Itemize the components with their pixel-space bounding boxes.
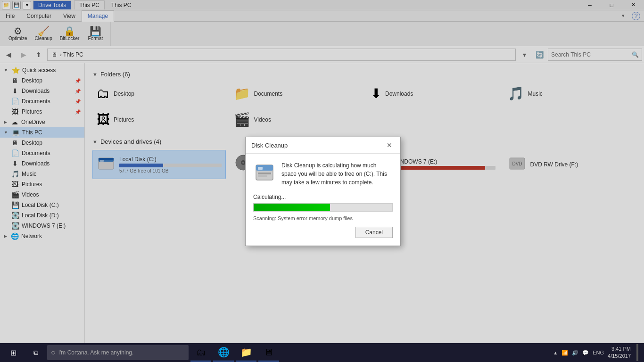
dialog-scanning-label: Scanning: System error memory dump files bbox=[253, 215, 393, 221]
sidebar-item-pictures2[interactable]: 🖼 Pictures bbox=[0, 179, 84, 189]
drive-e-bar-bg bbox=[393, 166, 495, 170]
taskbar-browser[interactable]: 🌐 bbox=[213, 344, 234, 362]
sidebar-item-desktop2[interactable]: 🖥 Desktop bbox=[0, 138, 84, 148]
drive-e-name: WINDOWS 7 (E:) bbox=[393, 158, 495, 165]
bitlocker-icon: 🔒 bbox=[64, 26, 75, 36]
search-box[interactable]: 🔍 bbox=[548, 49, 642, 61]
dialog-body: Disk Cleanup is calculating how much spa… bbox=[246, 154, 400, 246]
tray-up-arrow[interactable]: ▲ bbox=[553, 350, 558, 355]
maximize-button[interactable]: □ bbox=[601, 0, 622, 10]
local-c-icon: 💾 bbox=[11, 201, 19, 209]
drive-item-f[interactable]: DVD DVD RW Drive (F:) bbox=[504, 150, 637, 179]
start-button[interactable]: ⊞ bbox=[2, 343, 25, 362]
sidebar-item-music[interactable]: 🎵 Music bbox=[0, 169, 84, 179]
drive-f-name: DVD RW Drive (F:) bbox=[530, 161, 633, 168]
sidebar-item-windows7-e[interactable]: 💽 WINDOWS 7 (E:) bbox=[0, 221, 84, 231]
minimize-button[interactable]: ─ bbox=[579, 0, 601, 10]
taskbar-explorer[interactable]: 🗂 bbox=[190, 344, 211, 362]
folder-item-downloads[interactable]: ⬇ Downloads bbox=[366, 82, 500, 105]
folder-item-documents[interactable]: 📁 Documents bbox=[230, 82, 363, 105]
folder-item-videos[interactable]: 🎬 Videos bbox=[230, 108, 363, 131]
taskbar-files[interactable]: 📁 bbox=[236, 344, 256, 362]
close-button[interactable]: ✕ bbox=[622, 0, 644, 10]
ribbon-tab-drive-tools[interactable]: Drive Tools bbox=[33, 0, 71, 9]
ribbon-btn-format[interactable]: 💾 Format bbox=[84, 25, 107, 42]
network-arrow: ▶ bbox=[4, 234, 7, 239]
refresh-button[interactable]: 🔄 bbox=[533, 48, 546, 61]
dialog-cancel-button[interactable]: Cancel bbox=[355, 227, 393, 238]
ribbon-btn-bitlocker[interactable]: 🔒 BitLocker bbox=[57, 25, 83, 42]
folder-item-music[interactable]: 🎵 Music bbox=[504, 82, 637, 105]
desktop-icon: 🖥 bbox=[11, 77, 19, 84]
dialog-icon-row: Disk Cleanup is calculating how much spa… bbox=[253, 161, 393, 188]
pin-icon2: 📌 bbox=[75, 89, 81, 94]
folder-videos-icon: 🎬 bbox=[234, 112, 250, 127]
tab-manage[interactable]: Manage bbox=[82, 10, 114, 22]
music-icon: 🎵 bbox=[11, 170, 19, 178]
folders-section-label: Folders (6) bbox=[100, 71, 130, 78]
documents2-icon: 📄 bbox=[11, 149, 19, 157]
onedrive-icon: ☁ bbox=[11, 118, 18, 126]
ribbon-tab-this-pc[interactable]: This PC bbox=[74, 0, 105, 9]
drive-c-info: Local Disk (C:) 57.7 GB free of 101 GB bbox=[119, 156, 222, 173]
sidebar-item-local-c[interactable]: 💾 Local Disk (C:) bbox=[0, 200, 84, 210]
folders-section-arrow[interactable]: ▼ bbox=[92, 72, 98, 77]
windows7-e-icon: 💽 bbox=[11, 222, 19, 230]
ribbon-btn-bitlocker-label: BitLocker bbox=[60, 36, 80, 41]
ribbon-btn-cleanup[interactable]: 🧹 Cleanup bbox=[32, 25, 55, 42]
quick-access-toolbar[interactable]: 📁 bbox=[2, 1, 10, 9]
folder-item-pictures[interactable]: 🖼 Pictures bbox=[92, 108, 226, 131]
pin-icon: 📌 bbox=[75, 78, 81, 83]
qat-save[interactable]: 💾 bbox=[12, 1, 21, 9]
taskview-button[interactable]: ⧉ bbox=[26, 343, 45, 362]
show-desktop-btn[interactable] bbox=[636, 344, 638, 361]
sidebar-item-network[interactable]: ▶ 🌐 Network bbox=[0, 231, 84, 241]
sidebar-item-desktop[interactable]: 🖥 Desktop 📌 bbox=[0, 75, 84, 86]
help-btn[interactable]: ? bbox=[632, 12, 640, 20]
tab-view[interactable]: View bbox=[58, 11, 82, 21]
dialog-close-button[interactable]: ✕ bbox=[384, 140, 395, 150]
sidebar-item-this-pc[interactable]: ▼ 💻 This PC bbox=[0, 127, 84, 138]
sidebar-item-local-d[interactable]: 💽 Local Disk (D:) bbox=[0, 210, 84, 221]
videos-icon: 🎬 bbox=[11, 191, 19, 198]
sidebar-item-videos[interactable]: 🎬 Videos bbox=[0, 189, 84, 200]
taskbar-clock: 3:41 PM 4/15/2017 bbox=[608, 346, 631, 360]
folder-item-desktop[interactable]: 🗂 Desktop bbox=[92, 82, 226, 105]
qat-dropdown[interactable]: ▾ bbox=[23, 1, 31, 9]
forward-button[interactable]: ▶ bbox=[17, 48, 30, 61]
taskbar-cmd[interactable]: 🖥 bbox=[258, 344, 279, 362]
ribbon-collapse-btn[interactable]: ▾ bbox=[617, 9, 630, 23]
cortana-placeholder: I'm Cortana. Ask me anything. bbox=[58, 349, 134, 356]
sidebar-item-downloads2[interactable]: ⬇ Downloads bbox=[0, 158, 84, 169]
ribbon-btn-optimize[interactable]: ⚙ Optimize bbox=[6, 25, 30, 42]
svg-rect-14 bbox=[258, 167, 263, 170]
search-input[interactable] bbox=[551, 51, 630, 58]
address-bar: ◀ ▶ ⬆ 🖥 › This PC ▾ 🔄 🔍 bbox=[0, 46, 644, 63]
sidebar-item-pictures-qa[interactable]: 🖼 Pictures 📌 bbox=[0, 107, 84, 117]
address-path[interactable]: 🖥 › This PC bbox=[47, 49, 516, 61]
sidebar-item-documents2[interactable]: 📄 Documents bbox=[0, 148, 84, 158]
drive-f-icon: DVD bbox=[508, 153, 527, 176]
svg-rect-15 bbox=[258, 173, 271, 174]
sidebar-onedrive-label: OneDrive bbox=[21, 119, 45, 125]
svg-text:DVD: DVD bbox=[512, 161, 522, 166]
address-dropdown[interactable]: ▾ bbox=[518, 48, 531, 61]
sidebar-item-onedrive[interactable]: ▶ ☁ OneDrive bbox=[0, 117, 84, 127]
up-button[interactable]: ⬆ bbox=[32, 48, 45, 61]
ribbon-group-optimize: ⚙ Optimize 🧹 Cleanup 🔒 BitLocker 💾 Forma… bbox=[2, 22, 111, 46]
sidebar-item-downloads-qa[interactable]: ⬇ Downloads 📌 bbox=[0, 86, 84, 96]
tab-file[interactable]: File bbox=[0, 11, 21, 21]
folder-pictures-icon: 🖼 bbox=[97, 112, 110, 127]
back-button[interactable]: ◀ bbox=[2, 48, 15, 61]
network-tray-icon: 📶 bbox=[561, 350, 568, 356]
drive-item-c[interactable]: Local Disk (C:) 57.7 GB free of 101 GB bbox=[92, 150, 226, 179]
cortana-search[interactable]: ○ I'm Cortana. Ask me anything. bbox=[47, 345, 189, 360]
sidebar-item-documents-qa[interactable]: 📄 Documents 📌 bbox=[0, 96, 84, 107]
drive-e-bar bbox=[393, 166, 485, 170]
sidebar-music-label: Music bbox=[22, 171, 36, 177]
drives-section-arrow[interactable]: ▼ bbox=[92, 139, 98, 145]
tab-computer[interactable]: Computer bbox=[21, 11, 58, 21]
sidebar-local-c-label: Local Disk (C:) bbox=[22, 202, 59, 208]
svg-rect-2 bbox=[99, 158, 114, 160]
sidebar-item-quick-access[interactable]: ▼ ⭐ Quick access bbox=[0, 65, 84, 75]
